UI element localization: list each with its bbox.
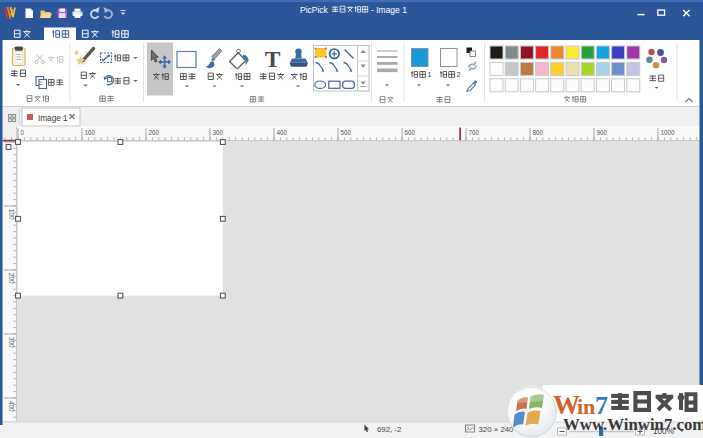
svg-text:700: 700 [469,129,480,136]
svg-text:Www.Winwin7.com: Www.Winwin7.com [563,415,703,434]
svg-text:1000: 1000 [661,129,676,136]
svg-text:900: 900 [597,129,608,136]
svg-text:2: 2 [457,70,461,79]
svg-text:1: 1 [428,70,432,79]
svg-text:400: 400 [8,401,15,412]
svg-text:T: T [265,46,281,72]
svg-text:100: 100 [85,129,96,136]
svg-text:400: 400 [277,129,288,136]
svg-text:320 × 240: 320 × 240 [479,425,515,434]
svg-text:300: 300 [213,129,224,136]
svg-text:PicPick: PicPick [300,5,329,15]
svg-text:0: 0 [21,129,25,136]
svg-text:500: 500 [341,129,352,136]
svg-text:800: 800 [533,129,544,136]
svg-text:300: 300 [8,337,15,348]
svg-text:Image 1: Image 1 [38,114,68,123]
svg-text:100: 100 [8,209,15,220]
svg-text:200: 200 [8,273,15,284]
svg-text:692, -2: 692, -2 [377,425,401,434]
svg-text:200: 200 [149,129,160,136]
svg-text:- Image 1: - Image 1 [371,5,407,15]
svg-text:600: 600 [405,129,416,136]
